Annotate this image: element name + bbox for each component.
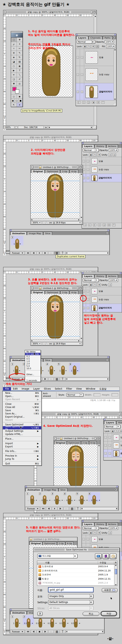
delete-layer-icon[interactable]: ⍑ xyxy=(112,224,116,226)
layer-visibility-cell[interactable] xyxy=(76,49,80,66)
blend-mode-select[interactable]: Normal xyxy=(83,148,99,152)
vertical-scrollbar[interactable] xyxy=(80,173,82,218)
new-layer-icon[interactable]: ⊡ xyxy=(96,101,100,104)
palette-drag-bar[interactable] xyxy=(104,418,122,420)
loop-select[interactable]: Forever xyxy=(10,252,25,254)
tween-button[interactable] xyxy=(64,507,69,510)
tool-button[interactable]: ✶ xyxy=(17,42,22,46)
layer-row[interactable]: 금발머리여자 xyxy=(82,174,122,182)
palette-menu-icon[interactable] xyxy=(106,358,108,362)
previous-frame-icon[interactable]: ◁ xyxy=(84,224,86,226)
page-preview-icon[interactable] xyxy=(15,126,17,128)
close-box-icon[interactable] xyxy=(4,11,6,13)
location-select[interactable]: 데스크탑 xyxy=(38,554,78,558)
animation-frame[interactable]: 2 0.1 sec. xyxy=(23,615,34,625)
quick-mask-mode-button[interactable]: ◉ xyxy=(17,94,22,98)
lock-paint-icon[interactable]: ✎ xyxy=(115,430,118,432)
view-tab[interactable]: Optimized xyxy=(45,290,60,294)
layer-row[interactable]: 입술 xyxy=(82,287,122,296)
delay-menu-item[interactable]: 0.5 xyxy=(25,358,40,360)
opacity-value[interactable]: 100% xyxy=(105,40,114,44)
tool-button[interactable]: ▶ xyxy=(11,68,17,73)
tool-button[interactable]: ℘ xyxy=(11,42,17,46)
palette-tab[interactable]: Animation xyxy=(10,611,26,614)
layer-visibility-cell[interactable] xyxy=(104,442,108,449)
dialog-titlebar[interactable]: Save Optimized As xyxy=(34,548,120,552)
name-column-header[interactable]: 이름 xyxy=(37,561,98,564)
file-menu-item[interactable]: Import▶ xyxy=(3,442,41,445)
palette-tab[interactable]: Image Map xyxy=(27,232,43,235)
view-tab[interactable]: 4-Up xyxy=(89,441,97,444)
palette-drag-bar[interactable] xyxy=(82,520,122,522)
delete-frame-button[interactable]: ⍑ xyxy=(75,507,80,510)
lock-move-icon[interactable]: ✥ xyxy=(119,430,122,432)
layer-name[interactable]: 입술 xyxy=(120,436,122,439)
zoom-box-icon[interactable] xyxy=(77,166,79,168)
layer-row[interactable]: 금발머리여자 xyxy=(76,83,116,100)
blend-mode-select[interactable]: Normal xyxy=(83,526,99,530)
next-frame-icon[interactable]: ▷ xyxy=(88,224,92,226)
view-tab[interactable]: 2-Up xyxy=(60,290,69,294)
palette-menu-icon[interactable] xyxy=(112,36,115,39)
animation-frame[interactable]: 1 1 sec. xyxy=(11,236,24,246)
height-field[interactable] xyxy=(112,393,118,396)
blend-mode-select[interactable]: Normal xyxy=(83,278,99,282)
layer-name[interactable]: 금발머리여자 xyxy=(98,306,112,310)
palette-tab[interactable]: Actions xyxy=(106,522,118,526)
layer-link-cell[interactable] xyxy=(86,174,90,182)
full-screen-button[interactable]: ■ xyxy=(19,98,22,102)
layer-row[interactable]: 입술 xyxy=(104,434,122,442)
close-box-icon[interactable] xyxy=(54,438,57,440)
tool-button[interactable]: ▢ xyxy=(11,38,17,42)
file-row[interactable]: 2.토마토토이즈 2004.11.20 xyxy=(37,569,117,573)
tool-button[interactable]: ▨ xyxy=(17,60,22,64)
lock-transparency-icon[interactable]: ▦ xyxy=(111,430,114,432)
tool-button[interactable]: ○ xyxy=(11,64,17,68)
layer-name[interactable]: 금발머리여자 xyxy=(99,90,112,93)
menubar-item[interactable]: Window xyxy=(84,387,97,390)
shortcuts-button[interactable] xyxy=(95,554,102,559)
opacity-value[interactable]: 100% xyxy=(109,526,118,530)
palette-tab[interactable]: Layers xyxy=(82,522,94,526)
standard-screen-button[interactable]: ▣ xyxy=(11,98,15,102)
palette-tab[interactable]: History xyxy=(94,522,106,526)
previous-frame-button[interactable] xyxy=(46,507,52,510)
format-select[interactable]: Images Only xyxy=(48,594,94,598)
timing-status[interactable]: -- / -- sec @ 28.8 Kbps xyxy=(42,221,82,224)
palette-tab[interactable]: Layers xyxy=(82,274,94,278)
resize-grip[interactable] xyxy=(117,615,119,618)
layer-row[interactable]: 눈썹 copy xyxy=(82,166,122,174)
palette-tab[interactable]: Layers xyxy=(76,36,88,40)
next-frame-button[interactable] xyxy=(58,507,63,510)
animation-frame[interactable]: 6 1 sec. xyxy=(69,362,80,372)
layer-name[interactable]: 눈썹 copy xyxy=(99,73,110,76)
layer-visibility-cell[interactable] xyxy=(82,157,86,165)
layer-thumbnail[interactable] xyxy=(113,434,119,440)
layer-mask-icon[interactable]: ○ xyxy=(82,101,86,104)
layer-link-cell[interactable] xyxy=(86,287,90,295)
palette-drag-bar[interactable] xyxy=(25,486,118,488)
window-titlebar[interactable]: Untitled-1 @ 300%(Origi… xyxy=(54,436,100,440)
full-screen-menu-button[interactable]: □ xyxy=(15,98,18,102)
tool-button[interactable]: ✐ xyxy=(17,77,22,82)
palette-drag-bar[interactable] xyxy=(10,230,110,231)
layer-link-cell[interactable] xyxy=(86,535,90,543)
cancel-button[interactable]: 취소 xyxy=(82,612,100,616)
delay-menu-item[interactable] xyxy=(26,376,40,378)
play-button[interactable] xyxy=(52,507,58,510)
file-menu-item[interactable] xyxy=(3,422,41,422)
view-tab[interactable]: Original xyxy=(31,290,44,294)
layer-thumbnail[interactable] xyxy=(92,288,98,294)
layer-link-cell[interactable] xyxy=(80,83,84,100)
collapse-box-icon[interactable] xyxy=(80,166,82,168)
delay-menu-item[interactable] xyxy=(26,370,40,372)
lock-transparency-icon[interactable]: ▦ xyxy=(89,531,92,534)
window-titlebar[interactable]: 금발 copy @ 300% (금발머리여자, RGB) xyxy=(4,10,96,14)
recent-button[interactable] xyxy=(110,554,116,559)
timing-status[interactable]: -- / -- sec @ 28.8 Kbps xyxy=(42,342,82,345)
view-tab[interactable]: Optimized xyxy=(45,170,60,173)
tool-button[interactable]: ╲ xyxy=(17,73,22,77)
layer-thumbnail[interactable] xyxy=(113,450,119,456)
delay-menu-item[interactable]: 0.1 seconds xyxy=(25,353,40,355)
file-menu-item[interactable]: Open Recent▶ xyxy=(3,398,41,401)
